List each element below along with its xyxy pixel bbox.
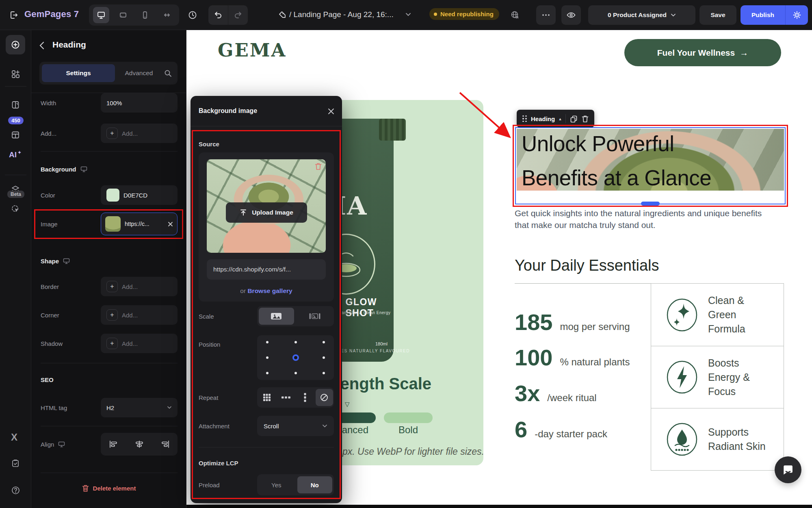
image-url-input[interactable]	[207, 259, 326, 280]
border-add-button[interactable]: + Add...	[101, 277, 178, 296]
beta-badge: Beta	[7, 191, 24, 198]
repeat-x-button[interactable]	[277, 389, 294, 406]
tab-advanced[interactable]: Advanced	[115, 64, 163, 82]
desktop-scope-icon	[63, 258, 70, 264]
position-center-selected[interactable]	[292, 354, 299, 361]
templates-icon[interactable]	[6, 125, 25, 145]
selected-heading-element[interactable]: Unlock Powerful Benefits at a Glance	[515, 127, 786, 204]
caret-up-icon[interactable]: ▴	[559, 116, 561, 122]
redo-button[interactable]	[228, 5, 248, 25]
more-options-button[interactable]	[536, 5, 556, 25]
undo-redo-group	[208, 5, 248, 25]
stat-row[interactable]: 3x /week ritual	[515, 382, 597, 405]
gempages-editor: GemPages 7	[0, 0, 812, 508]
preload-no-button[interactable]: No	[297, 476, 333, 493]
element-chip-label[interactable]: Heading	[531, 115, 555, 122]
product-assigned-label: 0 Product Assigned	[608, 11, 667, 19]
stat-row[interactable]: 185 mog per serving	[515, 311, 630, 334]
preview-eye-button[interactable]	[561, 5, 581, 25]
background-color-picker[interactable]: D0E7CD	[101, 185, 178, 205]
scale-contain-button[interactable]	[297, 308, 333, 325]
undo-button[interactable]	[208, 5, 228, 25]
duplicate-icon[interactable]	[570, 115, 578, 123]
position-middle-left[interactable]	[266, 356, 269, 359]
sections-library-icon[interactable]	[6, 64, 25, 84]
align-row: Align	[41, 433, 178, 456]
drag-handle-icon[interactable]	[522, 115, 527, 122]
benefit-cell[interactable]: Supports Radiant Skin	[651, 408, 784, 471]
tab-settings[interactable]: Settings	[42, 64, 115, 82]
theme-pages-icon[interactable]	[6, 95, 25, 115]
publish-button[interactable]: Publish	[741, 5, 785, 25]
close-icon[interactable]	[328, 108, 334, 115]
brand-logo[interactable]: GemPages 7	[24, 9, 79, 20]
delete-element-button[interactable]: Delete element	[31, 484, 186, 492]
desktop-view-button[interactable]	[93, 7, 109, 23]
position-bottom-right[interactable]	[323, 372, 325, 374]
scale-cover-button[interactable]	[259, 308, 294, 325]
repeat-grid-icon	[262, 393, 271, 402]
preload-yes-button[interactable]: Yes	[259, 476, 294, 493]
essentials-title[interactable]: Your Daily Essentials	[515, 257, 659, 274]
benefit-cell[interactable]: Boosts Energy & Focus	[651, 346, 784, 408]
shadow-add-button[interactable]: + Add...	[101, 334, 178, 353]
padding-add-button[interactable]: + Add...	[101, 124, 178, 143]
position-middle-right[interactable]	[323, 356, 325, 359]
benefit-cell[interactable]: Clean & Green Formula	[651, 283, 784, 346]
stat-value: 185	[515, 311, 552, 334]
browse-gallery-link[interactable]: Browse gallery	[247, 287, 292, 294]
publish-settings-gear-icon[interactable]	[785, 5, 808, 25]
position-top-right[interactable]	[323, 341, 325, 343]
attachment-select[interactable]: Scroll	[257, 416, 334, 436]
intro-paragraph[interactable]: Get quick insights into the natural ingr…	[515, 207, 762, 231]
ai-assistant-button[interactable]: AI	[9, 150, 22, 159]
align-left-button[interactable]	[109, 441, 118, 448]
scale-marker-icon: ▽	[345, 401, 350, 408]
position-bottom-left[interactable]	[266, 372, 269, 374]
align-center-button[interactable]	[135, 441, 144, 448]
position-top-center[interactable]	[294, 341, 297, 343]
history-icon[interactable]	[188, 10, 197, 20]
x-social-icon[interactable]: X	[11, 432, 17, 443]
delete-icon[interactable]	[582, 115, 589, 123]
product-assigned-button[interactable]: 0 Product Assigned	[588, 5, 695, 25]
breadcrumb-chevron-down-icon[interactable]	[405, 13, 411, 17]
add-element-button[interactable]	[6, 35, 25, 54]
remove-image-trash-icon[interactable]	[315, 163, 322, 170]
tablet-view-button[interactable]	[115, 7, 131, 23]
chat-widget-button[interactable]	[775, 456, 801, 483]
store-logo[interactable]: GEMA	[218, 39, 286, 61]
search-icon[interactable]	[164, 69, 172, 77]
arrow-right-icon: →	[740, 48, 748, 58]
responsive-view-button[interactable]	[159, 7, 175, 23]
benefit-label: Supports Radiant Skin	[708, 425, 766, 454]
benefit-label: Boosts Energy & Focus	[708, 356, 750, 399]
page-bottom-strip	[186, 505, 812, 508]
divider	[41, 151, 178, 152]
border-row: Border + Add...	[41, 277, 178, 296]
position-bottom-center[interactable]	[294, 372, 297, 374]
resize-handle[interactable]	[641, 202, 660, 206]
repeat-both-button[interactable]	[258, 389, 275, 406]
globe-publish-icon[interactable]	[510, 10, 520, 20]
align-right-button[interactable]	[160, 441, 169, 448]
mobile-view-button[interactable]	[137, 7, 153, 23]
help-icon[interactable]	[6, 480, 25, 500]
left-icon-rail: 450 AI Beta X	[0, 30, 31, 508]
stat-row[interactable]: 6 -day starter pack	[515, 418, 607, 441]
position-top-left[interactable]	[266, 341, 269, 343]
repeat-y-button[interactable]	[297, 389, 314, 406]
breadcrumb[interactable]: / Landing Page - Aug 22, 16:...	[289, 10, 394, 19]
exit-editor-icon[interactable]	[9, 10, 19, 20]
interaction-target-icon[interactable]	[6, 199, 25, 219]
upload-image-button[interactable]: Upload Image	[226, 202, 307, 223]
cta-button[interactable]: Fuel Your Wellness →	[624, 39, 781, 66]
save-button[interactable]: Save	[699, 5, 736, 25]
width-input[interactable]: 100%	[101, 93, 178, 113]
checklist-icon[interactable]	[6, 454, 25, 473]
html-tag-select[interactable]: H2	[101, 398, 178, 417]
corner-add-button[interactable]: + Add...	[101, 305, 178, 325]
repeat-none-button[interactable]	[316, 389, 333, 406]
stat-row[interactable]: 100 % natural plants	[515, 346, 630, 369]
back-chevron-icon[interactable]	[39, 41, 44, 50]
